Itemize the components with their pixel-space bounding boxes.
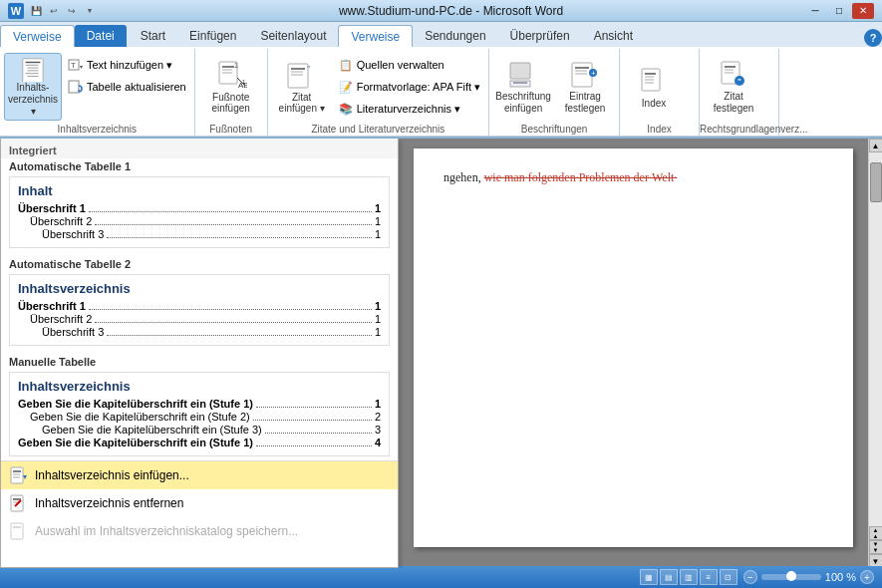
toc3-entry-2: Geben Sie die Kapitelüberschrift ein (St… <box>18 411 381 423</box>
inhaltsverzeichnis-small-btns: T Text hinzufügen ▾ Tabelle aktualisiere… <box>64 55 190 97</box>
beschriftung-label: Beschriftungeinfügen <box>495 91 551 115</box>
undo-qat-btn[interactable]: ↩ <box>46 3 62 19</box>
toc1-entry-3: Überschrift 3 1 <box>18 228 381 240</box>
status-right: ▦ ▤ ▥ ≡ ⊡ − 100 % + <box>640 569 874 585</box>
tabelle-aktualisieren-btn[interactable]: Tabelle aktualisieren <box>64 77 190 97</box>
tab-seitenlayout[interactable]: Seitenlayout <box>248 25 338 47</box>
toc-preview-2[interactable]: Inhaltsverzeichnis Überschrift 1 1 Übers… <box>9 274 390 346</box>
fussnote-btn[interactable]: 1 AB 1 Fußnoteeinfügen <box>201 53 261 121</box>
group-label-rechtsgrundlagen: Rechtsgrundlagenverz... <box>700 124 778 135</box>
beschriftungen-content: Beschriftungeinfügen + Eintragfestlegen <box>493 49 615 135</box>
toc-preview-3[interactable]: Inhaltsverzeichnis Geben Sie die Kapitel… <box>9 372 390 456</box>
section-integriert: Integriert <box>1 139 398 158</box>
group-index: Index Index <box>620 49 700 137</box>
literaturverzeichnis-btn[interactable]: 📚 Literaturverzeichnis ▾ <box>334 99 484 119</box>
view-btn-5[interactable]: ⊡ <box>720 569 737 585</box>
literaturverzeichnis-icon: 📚 <box>338 101 354 117</box>
svg-text:T: T <box>71 61 76 70</box>
fussnote-label: Fußnoteeinfügen <box>211 92 249 114</box>
scroll-up-btn[interactable]: ▲ <box>869 139 883 152</box>
index-label: Index <box>642 98 666 109</box>
group-label-fussnoten: Fußnoten <box>195 124 267 135</box>
group-label-inhaltsverzeichnis: Inhaltsverzeichnis <box>0 124 194 135</box>
help-btn[interactable]: ? <box>864 29 882 47</box>
svg-rect-10 <box>69 81 79 93</box>
formatvorlage-btn[interactable]: 📝 Formatvorlage: APA Fift ▾ <box>334 77 484 97</box>
text-hinzufuegen-btn[interactable]: T Text hinzufügen ▾ <box>64 55 190 75</box>
beschriftung-btn[interactable]: Beschriftungeinfügen <box>493 53 553 121</box>
word-icon: W <box>8 3 24 19</box>
eintrag-label: Eintragfestlegen <box>565 91 606 115</box>
close-btn[interactable]: ✕ <box>852 3 874 19</box>
toc-preview-1[interactable]: Inhalt Überschrift 1 1 Überschrift 2 1 Ü… <box>9 176 390 248</box>
doc-content: ngehen, wie·man·folgenden·Problemen·der·… <box>443 170 677 184</box>
save-qat-btn[interactable]: 💾 <box>28 3 44 19</box>
tab-datei[interactable]: Datei <box>75 25 127 47</box>
scroll-page-up-btn[interactable]: ▲▲ <box>869 526 883 540</box>
group-label-zitate: Zitate und Literaturverzeichnis <box>268 124 488 135</box>
group-label-index: Index <box>620 124 699 135</box>
ribbon: Verweise Datei Start Einfügen Seitenlayo… <box>0 22 882 139</box>
toc3-title: Inhaltsverzeichnis <box>18 379 381 394</box>
action-btns: Inhaltsverzeichnis einfügen... Inhaltsve… <box>1 460 398 545</box>
einfuegen-icon <box>9 465 29 485</box>
view-btn-3[interactable]: ▥ <box>680 569 698 585</box>
fussnote-btn-wrap: 1 AB 1 Fußnoteeinfügen <box>201 49 261 135</box>
speichern-btn: Auswahl im Inhaltsverzeichniskatalog spe… <box>1 517 398 545</box>
scroll-track <box>869 152 883 526</box>
inhaltsverzeichnis-icon <box>19 56 47 82</box>
qat-dropdown-btn[interactable]: ▼ <box>82 3 98 19</box>
tab-sendungen[interactable]: Sendungen <box>413 25 497 47</box>
toc3-entry-1: Geben Sie die Kapitelüberschrift ein (St… <box>18 398 381 410</box>
group-rechtsgrundlagen: " Zitatfestlegen Rechtsgrundlagenverz... <box>700 49 779 137</box>
window-title: www.Studium-und-PC.de - Microsoft Word <box>98 4 804 18</box>
group-fussnoten: 1 AB 1 Fußnoteeinfügen Fußnoten <box>195 49 268 137</box>
quellen-verwalten-btn[interactable]: 📋 Quellen verwalten <box>334 55 484 75</box>
text-hinzufuegen-label: Text hinzufügen ▾ <box>87 59 172 72</box>
ribbon-content: Inhalts-verzeichnis ▾ T Text hinzufügen … <box>0 47 882 137</box>
zitate-small-btns: 📋 Quellen verwalten 📝 Formatvorlage: APA… <box>334 55 484 121</box>
zoom-out-btn[interactable]: − <box>743 570 757 584</box>
svg-rect-25 <box>510 63 530 79</box>
tab-ansicht[interactable]: Ansicht <box>582 25 645 47</box>
tab-ueberpruefe[interactable]: Überprüfen <box>498 25 582 47</box>
scroll-thumb[interactable] <box>870 162 882 202</box>
tab-verweise2[interactable]: Verweise <box>338 25 413 47</box>
entfernen-btn[interactable]: Inhaltsverzeichnis entfernen <box>1 489 398 517</box>
tabelle-aktualisieren-label: Tabelle aktualisieren <box>87 81 186 93</box>
toc1-entry-1: Überschrift 1 1 <box>18 202 381 214</box>
group-label-beschriftungen: Beschriftungen <box>489 124 619 135</box>
scroll-page-down-btn[interactable]: ▼▼ <box>869 540 883 554</box>
formatvorlage-label: Formatvorlage: APA Fift ▾ <box>357 81 480 94</box>
zitat-festlegen-btn[interactable]: " Zitatfestlegen <box>704 53 763 121</box>
zoom-slider[interactable] <box>761 574 821 580</box>
einfuegen-btn[interactable]: Inhaltsverzeichnis einfügen... <box>1 461 398 489</box>
entfernen-icon <box>9 493 29 513</box>
eintrag-btn[interactable]: + Eintragfestlegen <box>555 53 615 121</box>
svg-text:1: 1 <box>234 62 238 69</box>
maximize-btn[interactable]: □ <box>828 3 850 19</box>
inhaltsverzeichnis-btn[interactable]: Inhalts-verzeichnis ▾ <box>4 53 62 121</box>
main-area: Integriert Automatische Tabelle 1 Inhalt… <box>0 139 882 568</box>
tab-start[interactable]: Start <box>129 25 177 47</box>
zoom-in-btn[interactable]: + <box>860 570 874 584</box>
minimize-btn[interactable]: ─ <box>804 3 826 19</box>
view-btn-1[interactable]: ▦ <box>640 569 658 585</box>
group-zitate: " Zitateinfügen ▾ 📋 Quellen verwalten 📝 … <box>268 49 489 137</box>
toc2-entry-3: Überschrift 3 1 <box>18 326 381 338</box>
status-bar: ▦ ▤ ▥ ≡ ⊡ − 100 % + <box>0 566 882 588</box>
view-btn-2[interactable]: ▤ <box>660 569 678 585</box>
svg-marker-49 <box>23 475 27 479</box>
tab-einfuegen[interactable]: Einfügen <box>177 25 248 47</box>
index-btn[interactable]: Index <box>624 53 684 121</box>
redo-qat-btn[interactable]: ↪ <box>64 3 80 19</box>
zitat-btn[interactable]: " Zitateinfügen ▾ <box>272 53 332 121</box>
svg-text:": " <box>737 77 741 86</box>
quick-access-toolbar: 💾 ↩ ↪ ▼ <box>28 3 98 19</box>
tab-verweise[interactable]: Verweise <box>0 25 75 47</box>
entfernen-label: Inhaltsverzeichnis entfernen <box>35 496 183 510</box>
zitate-content: " Zitateinfügen ▾ 📋 Quellen verwalten 📝 … <box>272 49 484 135</box>
view-btn-4[interactable]: ≡ <box>700 569 718 585</box>
toc1-entry-2: Überschrift 2 1 <box>18 215 381 227</box>
zoom-thumb[interactable] <box>786 571 796 581</box>
